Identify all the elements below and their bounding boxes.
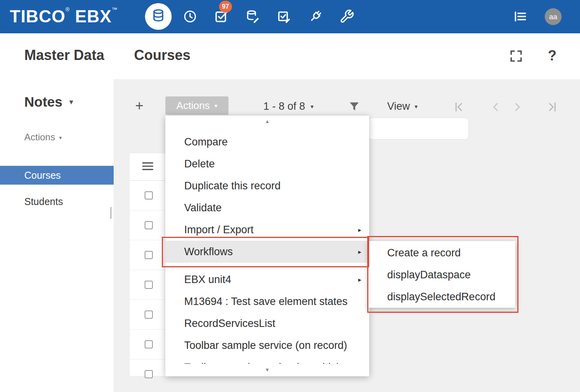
menu-item-toolbar-on-table[interactable]: Toolbar sample service (on table) [165, 356, 369, 364]
table-menu-icon[interactable] [141, 161, 154, 173]
row-checkbox[interactable] [145, 251, 153, 259]
first-page-icon[interactable] [453, 101, 464, 114]
data-model-icon[interactable] [237, 3, 268, 30]
row-checkbox[interactable] [145, 310, 153, 319]
sidebar-item-students[interactable]: Students [0, 192, 114, 211]
chevron-down-icon: ▾ [59, 134, 62, 141]
filter-icon[interactable] [348, 100, 361, 114]
sidebar-group-notes[interactable]: Notes▾ [24, 94, 73, 110]
sidebar-actions-dropdown[interactable]: Actions▾ [24, 132, 62, 143]
integration-icon[interactable] [300, 3, 331, 30]
fullscreen-icon[interactable] [509, 49, 524, 65]
history-icon[interactable] [174, 3, 206, 30]
chevron-down-icon: ▾ [69, 98, 73, 106]
submenu-item-displaydataspace[interactable]: displayDataspace [368, 264, 515, 286]
top-navigation-bar: TIBCO® EBX™ 97 aa [0, 0, 580, 33]
pagination-range-selector[interactable]: 1 - 8 of 8▾ [263, 100, 314, 113]
active-module-circle[interactable] [145, 3, 172, 30]
add-record-button[interactable]: + [135, 98, 143, 114]
menu-item-clipped-wrap: Toolbar sample service (on table) [165, 356, 369, 364]
perspectives-icon[interactable] [505, 3, 536, 30]
menu-item-delete[interactable]: Delete [165, 153, 369, 175]
menu-item-import-export[interactable]: Import / Export▸ [165, 219, 369, 241]
menu-item-ebx-unit4[interactable]: EBX unit4▸ [165, 269, 369, 290]
app-logo: TIBCO® EBX™ [10, 6, 118, 26]
menu-item-duplicate[interactable]: Duplicate this record [165, 175, 369, 197]
validation-icon[interactable] [268, 3, 300, 30]
help-icon[interactable]: ? [548, 47, 556, 64]
last-page-icon[interactable] [547, 101, 558, 114]
chevron-down-icon: ▾ [415, 103, 418, 110]
previous-page-icon[interactable] [490, 101, 502, 114]
sidebar-item-courses[interactable]: Courses [0, 166, 114, 185]
actions-dropdown-menu: ▲ Compare Delete Duplicate this record V… [165, 116, 369, 376]
menu-item-toolbar-on-record[interactable]: Toolbar sample service (on record) [165, 334, 369, 356]
panel-title-wrap: Master Data [24, 47, 116, 69]
page-title: Courses [134, 47, 190, 64]
workflows-submenu: Create a record displayDataspace display… [368, 241, 515, 308]
database-icon [151, 8, 166, 25]
menu-divider [170, 265, 364, 266]
actions-menu-button[interactable]: Actions ▾ [165, 96, 228, 115]
administration-icon[interactable] [331, 3, 362, 30]
menu-item-workflows[interactable]: Workflows▸ [165, 241, 369, 263]
view-selector[interactable]: View▾ [387, 100, 418, 113]
menu-item-compare[interactable]: Compare [165, 131, 369, 153]
tasks-badge: 97 [219, 1, 232, 13]
menu-item-m13694[interactable]: M13694 : Test save element states [165, 290, 369, 312]
quick-search-input[interactable] [368, 118, 469, 140]
panel-title: Master Data [24, 47, 104, 63]
next-page-icon[interactable] [511, 101, 523, 114]
submenu-arrow-icon: ▸ [358, 248, 361, 256]
row-checkbox[interactable] [145, 281, 153, 289]
user-avatar[interactable]: aa [545, 8, 562, 25]
scroll-down-icon: ▼ [265, 367, 270, 373]
chevron-down-icon: ▾ [311, 103, 314, 110]
menu-item-recordserviceslist[interactable]: RecordServicesList [165, 312, 369, 334]
scroll-up-icon: ▲ [265, 118, 270, 124]
submenu-arrow-icon: ▸ [358, 226, 361, 234]
row-checkbox[interactable] [145, 221, 153, 229]
submenu-item-displayselectedrecord[interactable]: displaySelectedRecord [368, 286, 515, 308]
menu-item-validate[interactable]: Validate [165, 197, 369, 219]
row-checkbox[interactable] [145, 370, 153, 378]
submenu-arrow-icon: ▸ [358, 276, 361, 283]
submenu-item-create-record[interactable]: Create a record [368, 242, 515, 264]
row-checkbox[interactable] [145, 340, 153, 348]
row-checkbox[interactable] [145, 191, 153, 200]
chevron-down-icon: ▾ [214, 102, 218, 109]
menu-scroll-down[interactable]: ▼ [165, 364, 369, 376]
menu-scroll-up[interactable]: ▲ [165, 116, 369, 127]
